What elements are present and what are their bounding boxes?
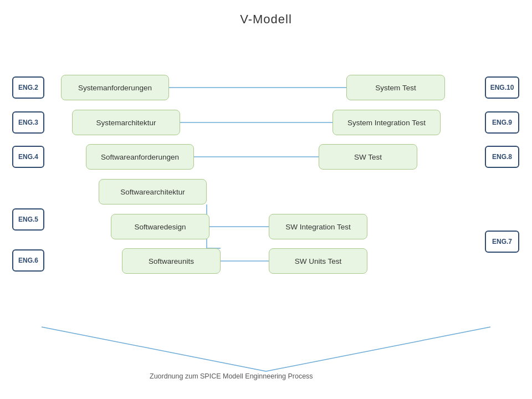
eng10-label: ENG.10 — [485, 76, 519, 99]
box-system-test: System Test — [346, 75, 445, 100]
diagram-area: Systemanforderungen Systemarchitektur So… — [0, 33, 532, 399]
box-systemarchitektur: Systemarchitektur — [72, 110, 180, 135]
box-softwarearchitektur: Softwarearchitektur — [99, 179, 207, 204]
box-sw-units-test: SW Units Test — [269, 248, 367, 274]
box-sw-integration-test: SW Integration Test — [269, 214, 367, 239]
eng4-label: ENG.4 — [12, 146, 44, 168]
svg-line-8 — [266, 327, 490, 371]
box-softwareanforderungen: Softwareanforderungen — [86, 144, 194, 170]
annotation-text: Zuordnung zum SPICE Modell Enginneering … — [150, 372, 313, 380]
eng6-label: ENG.6 — [12, 249, 44, 272]
eng3-label: ENG.3 — [12, 111, 44, 134]
eng9-label: ENG.9 — [485, 111, 519, 134]
box-softwareunits: Softwareunits — [122, 248, 221, 274]
eng5-label: ENG.5 — [12, 208, 44, 231]
box-softwaredesign: Softwaredesign — [111, 214, 209, 239]
eng7-label: ENG.7 — [485, 231, 519, 253]
box-sw-test: SW Test — [319, 144, 417, 170]
box-systemanforderungen: Systemanforderungen — [61, 75, 169, 100]
eng8-label: ENG.8 — [485, 146, 519, 168]
box-system-integration-test: System Integration Test — [332, 110, 441, 135]
page-title: V-Modell — [0, 0, 532, 27]
eng2-label: ENG.2 — [12, 76, 44, 99]
svg-line-7 — [42, 327, 266, 371]
